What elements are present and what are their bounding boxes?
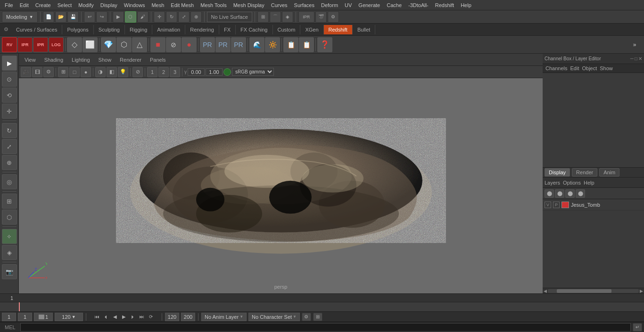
layer-row-jesus-tomb[interactable]: V P Jesus_Tomb [543,199,644,211]
menu-file[interactable]: File [2,1,16,9]
range-start-field[interactable]: 120 [165,313,179,321]
save-file-btn[interactable]: 💾 [67,11,79,23]
le-tab-anim[interactable]: Anim [599,168,619,177]
pb-play-btn[interactable]: ▶ [120,313,128,321]
shelf-icon-15[interactable]: PR [231,37,246,52]
viewport-content[interactable]: Y X Z persp [19,78,543,293]
vp-texture-btn[interactable]: ◧ [107,67,117,77]
char-set-icon[interactable]: ⚙ [302,313,311,321]
menu-3dtoall[interactable]: -3DtoAll- [405,1,431,9]
le-menu-layers[interactable]: Layers [545,180,560,186]
pb-forward-step-btn[interactable]: ⏵ [129,313,137,321]
le-tab-display[interactable]: Display [545,168,570,177]
tab-redshift[interactable]: Redshift [324,25,353,34]
timeline-bar[interactable] [0,302,644,311]
vp-menu-lighting[interactable]: Lighting [69,56,93,64]
vp-subdiv3-btn[interactable]: 3 [170,67,180,77]
custom-tool-btn[interactable]: ⬡ [2,210,17,225]
right-panel-scrollbar[interactable]: ◀ ▶ [543,288,644,293]
vp-menu-renderer[interactable]: Renderer [117,56,144,64]
move-btn[interactable]: ✛ [154,11,165,23]
select-btn[interactable]: ▶ [113,11,124,23]
le-menu-options[interactable]: Options [563,180,581,186]
vp-xray-btn[interactable]: ⊘ [132,67,143,77]
shelf-icon-4[interactable]: LOG [49,37,64,52]
new-file-btn[interactable]: 📄 [43,11,54,23]
shelf-icon-5[interactable]: ◇ [67,37,82,52]
shelf-icon-19[interactable]: 📋 [299,37,314,52]
vp-menu-view[interactable]: View [22,56,39,64]
frame-field-3[interactable]: 1 [34,313,53,321]
pb-back-step-btn[interactable]: ⏴ [102,313,110,321]
menu-curves[interactable]: Curves [268,1,290,9]
pb-back-start-btn[interactable]: ⏮ [93,313,101,321]
menu-mesh-display[interactable]: Mesh Display [231,1,267,9]
shelf-icon-20[interactable]: ❓ [317,37,332,52]
camera-btn[interactable]: 📷 [2,264,17,279]
tab-rigging[interactable]: Rigging [125,25,152,34]
shelf-icon-2[interactable]: IPR [17,37,33,52]
rotate-btn[interactable]: ↻ [166,11,177,23]
vp-shading-btn[interactable]: ◑ [95,67,106,77]
rotate-tool-btn[interactable]: ↻ [2,123,17,138]
shelf-icon-16[interactable]: 🌊 [249,37,264,52]
le-btn-1[interactable]: ⬤ [545,189,554,198]
cb-maximize-icon[interactable]: □ [635,56,637,61]
vp-wireframe-btn[interactable]: □ [69,67,80,77]
cmd-input-field[interactable] [20,323,631,332]
lasso-btn[interactable]: ⬡ [125,11,136,23]
tab-custom[interactable]: Custom [273,25,301,34]
vp-camera-btn[interactable]: 🎥 [21,67,31,77]
shelf-icon-6[interactable]: ⬜ [83,37,98,52]
tab-sculpting[interactable]: Sculpting [94,25,125,34]
show-manipulator-btn[interactable]: ⊞ [2,194,17,209]
render-settings-btn[interactable]: ⚙ [328,11,339,23]
current-frame-field[interactable]: 1 [2,313,16,321]
pb-back-btn[interactable]: ◀ [111,313,119,321]
shelf-icon-7[interactable]: 💎 [101,37,116,52]
pb-loop-btn[interactable]: ⟳ [147,313,155,321]
soft-select-btn[interactable]: ◎ [2,174,17,189]
universal-manip-btn[interactable]: ⊕ [190,11,202,23]
paint-select-btn[interactable]: ⊙ [2,72,17,87]
menu-edit[interactable]: Edit [17,1,32,9]
cmd-lang-label[interactable]: MEL [2,324,18,330]
menu-edit-mesh[interactable]: Edit Mesh [168,1,197,9]
cmd-enter-btn[interactable]: ↵ [633,323,642,332]
menu-display[interactable]: Display [98,1,120,9]
render-btn[interactable]: 🎬 [315,11,327,23]
scroll-thumb[interactable] [557,289,611,293]
no-anim-layer-dropdown[interactable]: No Anim Layer ▼ [201,313,247,321]
scroll-right-arrow[interactable]: ▶ [640,289,643,293]
vp-cam-settings-btn[interactable]: ⚙ [43,67,54,77]
redo-btn[interactable]: ↪ [96,11,107,23]
menu-generate[interactable]: Generate [355,1,383,9]
vp-grid-btn[interactable]: ⊞ [58,67,68,77]
paint-btn[interactable]: 🖌 [137,11,149,23]
menu-mesh[interactable]: Mesh [149,1,167,9]
shelf-icon-8[interactable]: ⬡ [116,37,132,52]
open-file-btn[interactable]: 📂 [55,11,66,23]
snap-grid-btn[interactable]: ⊞ [257,11,269,23]
menu-select[interactable]: Select [55,1,75,9]
range-end-field[interactable]: 200 [181,313,195,321]
timeline-ruler[interactable]: 1 51015202530354045505560657075808590951… [0,294,644,302]
menu-modify[interactable]: Modify [75,1,96,9]
vp-subdiv-btn[interactable]: 1 [147,67,157,77]
scroll-track[interactable] [548,289,639,293]
menu-create[interactable]: Create [33,1,54,9]
shelf-rv-icon[interactable]: RV [2,37,17,52]
scale-btn[interactable]: ⤢ [178,11,190,23]
snap-point-btn[interactable]: ◈ [282,11,293,23]
menu-cache[interactable]: Cache [384,1,405,9]
tab-polygons[interactable]: Polygons [62,25,93,34]
tab-xgen[interactable]: XGen [300,25,323,34]
cb-tab-edit[interactable]: Edit [570,65,579,71]
layer-color-swatch[interactable] [561,202,569,208]
shelf-icon-9[interactable]: △ [132,37,147,52]
menu-windows[interactable]: Windows [121,1,148,9]
cb-minimize-icon[interactable]: ─ [630,56,634,61]
tab-rendering[interactable]: Rendering [185,25,219,34]
sculpt-btn[interactable]: ⟡ [2,229,17,244]
vp-film-btn[interactable]: 🎞 [32,67,42,77]
